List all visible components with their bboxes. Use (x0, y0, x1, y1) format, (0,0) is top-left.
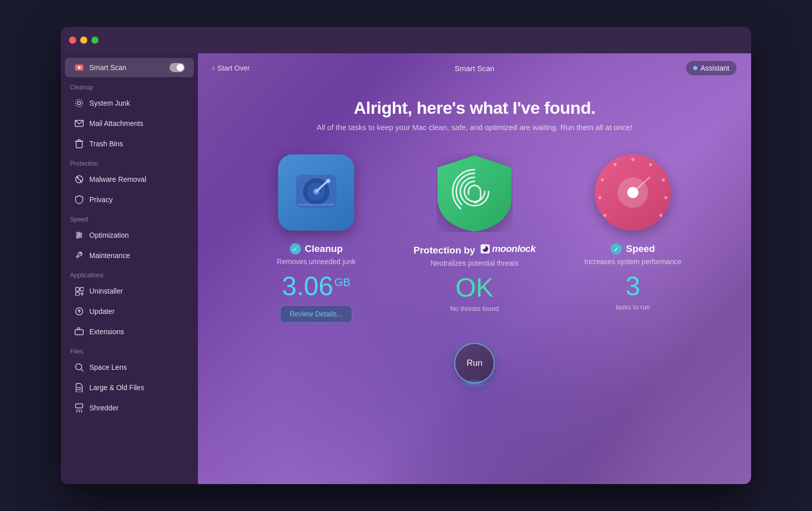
main-layout: Smart Scan Cleanup System Junk (61, 53, 751, 484)
review-details-button[interactable]: Review Details... (280, 305, 352, 323)
maximize-button[interactable] (91, 37, 98, 44)
sidebar-label: Large & Old Files (89, 384, 185, 392)
speed-card: ✓ Speed Increases system performance 3 t… (562, 152, 704, 323)
sidebar-item-large-old-files[interactable]: Large & Old Files (65, 378, 194, 397)
app-window: Smart Scan Cleanup System Junk (61, 27, 751, 484)
uninstaller-icon (74, 286, 84, 296)
sidebar-section-speed: Speed (61, 210, 198, 225)
sidebar-item-shredder[interactable]: Shredder (65, 398, 194, 418)
protection-card-value: OK (455, 274, 493, 301)
back-label: Start Over (217, 64, 250, 72)
svg-rect-31 (76, 404, 83, 408)
sidebar-item-uninstaller[interactable]: Uninstaller (65, 281, 194, 301)
svg-point-12 (77, 177, 79, 179)
svg-rect-5 (76, 141, 82, 148)
speed-gauge-icon (595, 154, 671, 231)
run-button[interactable]: Run (454, 343, 495, 384)
protection-card-subtitle: Neutralizes potential threats (430, 259, 519, 267)
sidebar-label: Privacy (89, 196, 185, 204)
sidebar-item-privacy[interactable]: Privacy (65, 190, 194, 209)
svg-point-18 (79, 234, 81, 236)
page-title: Smart Scan (455, 64, 494, 73)
sidebar-item-mail-attachments[interactable]: Mail Attachments (65, 114, 194, 133)
svg-line-28 (81, 369, 84, 372)
sidebar-item-extensions[interactable]: Extensions (65, 322, 194, 341)
assistant-label: Assistant (700, 64, 729, 72)
sidebar-item-space-lens[interactable]: Space Lens (65, 358, 194, 377)
sidebar-item-malware-removal[interactable]: Malware Removal (65, 170, 194, 189)
speed-card-value: 3 (626, 273, 640, 299)
cards-row: ✓ Cleanup Removes unneeded junk 3.06GB R… (198, 142, 751, 333)
svg-point-49 (598, 196, 601, 199)
svg-line-32 (77, 409, 77, 412)
trash-icon (74, 139, 84, 149)
sidebar-label: Trash Bins (89, 140, 185, 148)
svg-point-43 (631, 158, 634, 161)
sidebar-label: Updater (89, 307, 185, 315)
shredder-icon (74, 403, 84, 413)
updater-icon (74, 306, 84, 316)
run-button-area: Run (198, 333, 751, 399)
svg-line-8 (80, 140, 81, 141)
content-header: ‹ Start Over Smart Scan Assistant (198, 53, 751, 83)
cleanup-card-title: Cleanup (305, 243, 343, 254)
cleanup-disk-icon (278, 154, 354, 231)
back-button[interactable]: ‹ Start Over (212, 63, 250, 73)
sidebar-item-label: Smart Scan (89, 63, 164, 72)
sidebar-item-system-junk[interactable]: System Junk (65, 93, 194, 113)
protection-card-description: No threats found (450, 305, 499, 312)
svg-point-48 (601, 178, 604, 181)
speed-title-row: ✓ Speed (611, 243, 655, 254)
sidebar-item-maintenance[interactable]: Maintenance (65, 246, 194, 265)
svg-point-27 (76, 364, 82, 370)
protection-shield-container (436, 153, 513, 232)
gauge-center-container (618, 177, 648, 208)
speed-card-subtitle: Increases system performance (584, 258, 681, 266)
svg-rect-41 (298, 204, 334, 206)
svg-point-17 (77, 232, 79, 234)
cleanup-title-row: ✓ Cleanup (290, 243, 343, 254)
close-button[interactable] (69, 37, 76, 44)
cleanup-card-subtitle: Removes unneeded junk (277, 258, 356, 266)
sidebar-item-optimization[interactable]: Optimization (65, 226, 194, 245)
minimize-button[interactable] (80, 37, 87, 44)
sidebar-label: System Junk (89, 99, 185, 107)
svg-rect-20 (76, 288, 79, 291)
sidebar: Smart Scan Cleanup System Junk (61, 53, 198, 484)
sidebar-label: Shredder (89, 404, 185, 412)
moonlock-brand: moonlock (481, 243, 535, 254)
protection-card-title: Protection by moonlock (414, 243, 535, 256)
gauge-center-dot (627, 187, 638, 198)
sidebar-toggle[interactable] (170, 63, 185, 72)
sidebar-section-applications: Applications (61, 266, 198, 281)
sidebar-item-updater[interactable]: Updater (65, 302, 194, 321)
svg-point-1 (78, 66, 81, 69)
protection-icon-area (434, 152, 515, 233)
speed-check-icon: ✓ (611, 243, 622, 254)
traffic-lights (69, 37, 98, 44)
sidebar-label: Uninstaller (89, 287, 185, 295)
main-content: ‹ Start Over Smart Scan Assistant Alrigh… (198, 53, 751, 484)
svg-point-13 (80, 180, 82, 182)
svg-point-40 (326, 179, 330, 183)
hero-subtitle: All of the tasks to keep your Mac clean,… (208, 123, 741, 132)
mail-icon (74, 118, 84, 129)
svg-point-2 (78, 102, 81, 105)
optimization-icon (74, 230, 84, 240)
assistant-button[interactable]: Assistant (686, 60, 737, 76)
shield-svg (436, 153, 513, 232)
sidebar-label: Space Lens (89, 363, 185, 371)
svg-point-47 (614, 163, 617, 166)
svg-point-46 (664, 196, 667, 199)
sidebar-item-smart-scan[interactable]: Smart Scan (65, 58, 194, 77)
gear-icon (74, 98, 84, 108)
protection-card: Protection by moonlock Neutralizes poten… (403, 152, 546, 323)
sidebar-item-trash-bins[interactable]: Trash Bins (65, 134, 194, 153)
hero-title: Alright, here's what I've found. (208, 98, 741, 118)
sidebar-label: Malware Removal (89, 175, 185, 183)
files-icon (74, 382, 84, 393)
svg-point-3 (76, 100, 83, 107)
svg-point-19 (77, 236, 79, 238)
privacy-icon (74, 195, 84, 205)
sidebar-label: Maintenance (89, 251, 185, 260)
